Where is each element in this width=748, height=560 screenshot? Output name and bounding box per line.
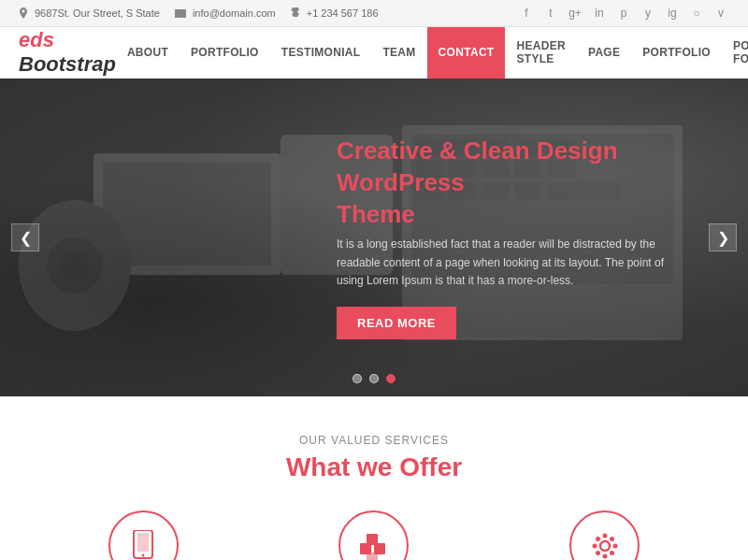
nav-post-format[interactable]: POST FORMAT xyxy=(722,27,748,79)
nav-header-style[interactable]: HEADER STYLE xyxy=(505,27,576,79)
svg-point-33 xyxy=(592,543,597,548)
address: 9687St. Our Street, S State xyxy=(19,7,160,19)
mobile-icon xyxy=(129,530,157,561)
hero-prev-arrow[interactable]: ❮ xyxy=(11,223,39,251)
hero-dot-3[interactable] xyxy=(386,374,396,383)
social-v[interactable]: v xyxy=(712,5,729,22)
service-features: Unlimited Features It is a long establis… xyxy=(502,510,708,560)
hero-next-arrow[interactable]: ❯ xyxy=(709,223,737,251)
services-subtitle: Our Valued Services xyxy=(19,434,729,447)
social-youtube[interactable]: y xyxy=(640,5,656,22)
hero-dot-1[interactable] xyxy=(352,374,362,383)
hero-title: Creative & Clean Design WordPress Theme xyxy=(337,136,692,230)
svg-point-22 xyxy=(61,251,89,280)
nav-team[interactable]: TEAM xyxy=(371,27,426,79)
gear-icon xyxy=(589,530,621,561)
hero-title-highlight: Theme xyxy=(337,200,415,228)
svg-point-32 xyxy=(602,553,607,558)
main-nav: ABOUT PORTFOLIO TESTIMONIAL TEAM CONTACT… xyxy=(116,27,748,79)
responsive-icon-wrap xyxy=(108,510,179,560)
social-instagram[interactable]: ig xyxy=(664,5,681,22)
svg-point-31 xyxy=(602,533,607,538)
service-responsive: Responsive Design It is a long establish… xyxy=(40,510,246,560)
svg-rect-29 xyxy=(367,553,378,560)
top-bar: 9687St. Our Street, S State info@domain.… xyxy=(0,0,748,27)
creative-icon-wrap xyxy=(338,510,409,560)
svg-point-25 xyxy=(142,553,145,556)
svg-rect-28 xyxy=(367,534,378,545)
svg-point-35 xyxy=(596,537,600,541)
hero-slider: Creative & Clean Design WordPress Theme … xyxy=(0,79,748,396)
nav-testimonial[interactable]: TESTIMONIAL xyxy=(270,27,372,79)
services-grid: Responsive Design It is a long establish… xyxy=(19,510,729,560)
social-circle[interactable]: ○ xyxy=(688,5,705,22)
hero-content: Creative & Clean Design WordPress Theme … xyxy=(337,136,692,339)
nav-portfolio2[interactable]: PORTFOLIO xyxy=(631,27,722,79)
logo-eds: eds xyxy=(19,28,54,51)
social-facebook[interactable]: f xyxy=(518,5,535,22)
svg-rect-24 xyxy=(137,533,149,552)
nav-contact[interactable]: CONTACT xyxy=(427,27,506,79)
top-bar-left: 9687St. Our Street, S State info@domain.… xyxy=(19,7,379,19)
email: info@domain.com xyxy=(175,7,276,19)
svg-point-34 xyxy=(612,543,617,548)
svg-point-36 xyxy=(610,551,614,555)
blocks-icon xyxy=(357,530,391,561)
hero-dot-2[interactable] xyxy=(369,374,379,383)
logo: eds Bootstrap xyxy=(19,28,116,77)
service-creative: Creative & Clean Design It is a long est… xyxy=(271,510,477,560)
features-icon-wrap xyxy=(569,510,640,560)
svg-point-37 xyxy=(596,551,600,555)
services-section: Our Valued Services What we Offer Respon… xyxy=(0,396,748,560)
nav-page[interactable]: PAGE xyxy=(577,27,631,79)
social-twitter[interactable]: t xyxy=(542,5,559,22)
nav-portfolio[interactable]: PORTFOLIO xyxy=(180,27,270,79)
phone: +1 234 567 186 xyxy=(291,7,379,19)
social-links: f t g+ in p y ig ○ v xyxy=(518,5,729,22)
social-linkedin[interactable]: in xyxy=(591,5,608,22)
social-googleplus[interactable]: g+ xyxy=(567,5,583,22)
logo-bootstrap: Bootstrap xyxy=(19,52,116,76)
svg-point-38 xyxy=(610,537,614,541)
hero-body: It is a long established fact that a rea… xyxy=(337,236,692,290)
social-pinterest[interactable]: p xyxy=(615,5,632,22)
svg-point-30 xyxy=(600,541,610,551)
hero-cta-button[interactable]: Read More xyxy=(337,307,456,339)
header: eds Bootstrap ABOUT PORTFOLIO TESTIMONIA… xyxy=(0,27,748,79)
nav-about[interactable]: ABOUT xyxy=(116,27,180,79)
hero-dots xyxy=(352,374,396,383)
services-title: What we Offer xyxy=(19,452,729,482)
